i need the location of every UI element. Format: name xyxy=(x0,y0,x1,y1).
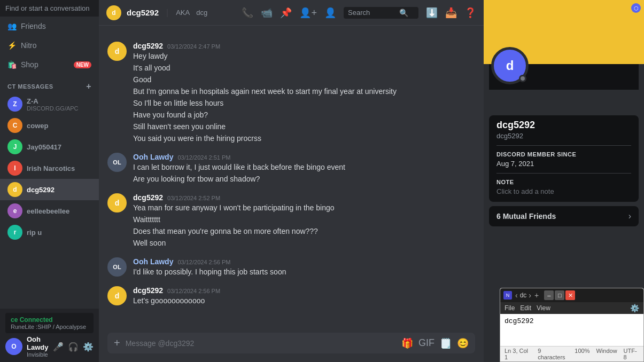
add-attachment-button[interactable]: + xyxy=(114,337,120,349)
notepad-file-menu[interactable]: File xyxy=(505,304,515,312)
dm-item-eellee[interactable]: e eelleebeellee xyxy=(0,200,99,222)
msg3-line4: Well soon xyxy=(133,238,475,249)
profile-note-label: NOTE xyxy=(496,179,631,185)
msg4-avatar: OL xyxy=(107,257,127,277)
message-group-4: OL Ooh Lawdy 03/12/2024 2:56 PM I'd like… xyxy=(107,257,475,278)
dm-avatar-eellee: e xyxy=(7,203,22,218)
message-group-3: d dcg5292 03/12/2024 2:52 PM Yea man for… xyxy=(107,193,475,249)
add-friend-icon[interactable]: 👤+ xyxy=(299,7,317,19)
notepad-edit-menu[interactable]: Edit xyxy=(520,304,531,312)
download-icon[interactable]: ⬇️ xyxy=(426,7,438,19)
sidebar-item-shop[interactable]: 🛍️ Shop NEW xyxy=(0,55,99,74)
dm-item-irish-narcotics[interactable]: I Irish Narcotics xyxy=(0,158,99,179)
msg1-line1: Hey lawdy xyxy=(133,51,475,62)
dm-sub-z-a: DISCORD.GG/APC xyxy=(27,105,79,112)
chat-header-actions: 📞 📹 📌 👤+ 👤 🔍 ⬇️ 📥 ❓ xyxy=(242,7,476,19)
msg4-content: Ooh Lawdy 03/12/2024 2:56 PM I'd like to… xyxy=(133,257,475,278)
profile-mutual-friends[interactable]: 6 Mutual Friends › xyxy=(489,206,639,226)
user-controls: O Ooh Lawdy Invisible 🎤 🎧 ⚙️ xyxy=(5,335,94,358)
msg3-author: dcg5292 xyxy=(133,193,163,202)
msg1-line8: You said you were in the hiring procrss xyxy=(133,133,475,144)
msg3-timestamp: 03/12/2024 2:52 PM xyxy=(167,195,220,201)
inbox-icon[interactable]: 📥 xyxy=(445,7,457,19)
sidebar-item-nitro[interactable]: ⚡ Nitro xyxy=(0,36,99,55)
profile-note-input[interactable]: Click to add a note xyxy=(496,187,631,195)
video-icon[interactable]: 📹 xyxy=(261,7,273,19)
profile-username: dcg5292 xyxy=(496,120,631,131)
notepad-view-menu[interactable]: View xyxy=(537,304,550,312)
msg2-timestamp: 03/12/2024 2:51 PM xyxy=(177,154,230,161)
message-input[interactable] xyxy=(126,339,396,348)
dm-avatar-jay: J xyxy=(7,139,22,154)
sidebar-search[interactable]: Find or start a conversation xyxy=(0,0,99,17)
current-user-name: Ooh Lawdy xyxy=(27,335,49,351)
dm-item-jay050417[interactable]: J Jay050417 xyxy=(0,136,99,158)
dm-avatar-cowep: C xyxy=(7,118,22,133)
notepad-win-controls: – □ ✕ xyxy=(544,290,575,300)
notepad-close-button[interactable]: ✕ xyxy=(565,290,575,300)
profile-online-indicator: ⬡ xyxy=(631,3,641,13)
profile-status-dot xyxy=(519,75,526,82)
pin-icon[interactable]: 📌 xyxy=(280,7,292,19)
add-dm-button[interactable]: + xyxy=(86,82,91,91)
profile-since-label: DISCORD MEMBER SINCE xyxy=(496,151,631,158)
profile-since-value: Aug 7, 2021 xyxy=(496,160,631,168)
notepad-new-tab-btn[interactable]: + xyxy=(533,291,540,300)
chat-area: d dcg5292 | AKA dcg 📞 📹 📌 👤+ 👤 🔍 ⬇️ 📥 ❓ … xyxy=(99,0,484,362)
notepad-minimize-button[interactable]: – xyxy=(544,290,554,300)
dm-item-cowep[interactable]: C cowep xyxy=(0,115,99,136)
profile-icon[interactable]: 👤 xyxy=(324,7,336,19)
help-icon[interactable]: ❓ xyxy=(464,7,476,19)
dm-item-dcg5292[interactable]: d dcg5292 xyxy=(0,179,99,200)
section-label: CT MESSAGES xyxy=(7,83,53,90)
msg3-line1: Yea man for sure anyway I won't be parti… xyxy=(133,202,475,214)
msg3-avatar: d xyxy=(107,193,127,213)
notepad-maximize-button[interactable]: □ xyxy=(555,290,564,300)
notepad-settings-icon[interactable]: ⚙️ xyxy=(630,304,639,312)
call-icon[interactable]: 📞 xyxy=(242,7,253,19)
settings-icon[interactable]: ⚙️ xyxy=(83,342,94,352)
notepad-status-bar: Ln 3, Col 1 9 characters 100% Window UTF… xyxy=(500,346,643,361)
mic-icon[interactable]: 🎤 xyxy=(53,342,64,352)
msg5-author: dcg5292 xyxy=(133,286,163,295)
profile-avatar-large: d xyxy=(491,47,529,84)
chat-header-aka-value: dcg xyxy=(196,9,207,17)
friends-icon: 👥 xyxy=(7,22,17,30)
msg1-line4: But I'm gonna be in hospitals again next… xyxy=(133,86,475,97)
notepad-back-btn[interactable]: ‹ xyxy=(514,291,519,300)
shop-new-badge: NEW xyxy=(74,61,91,68)
notepad-zoom: 100% xyxy=(575,348,589,360)
msg4-timestamp: 03/12/2024 2:56 PM xyxy=(177,259,230,265)
search-icon: 🔍 xyxy=(399,9,408,17)
dm-avatar-z-a: Z xyxy=(7,97,22,112)
msg1-line7: Still haven't seen you online xyxy=(133,121,475,132)
msg1-line3: Good xyxy=(133,74,475,85)
sidebar: Find or start a conversation 👥 Friends ⚡… xyxy=(0,0,99,362)
search-input[interactable] xyxy=(348,9,396,17)
msg2-avatar: OL xyxy=(107,153,127,172)
dm-name-eellee: eelleebeellee xyxy=(27,207,69,215)
notepad-encoding: UTF-8 xyxy=(624,348,639,360)
chat-header-avatar: d xyxy=(106,5,121,20)
dm-item-rip-u[interactable]: r rip u xyxy=(0,222,99,243)
sticker-icon[interactable]: 🗒️ xyxy=(440,337,452,349)
msg1-timestamp: 03/12/2024 2:47 PM xyxy=(167,43,220,50)
msg1-line6: Have you found a job? xyxy=(133,109,475,121)
sidebar-item-friends[interactable]: 👥 Friends xyxy=(0,17,99,36)
notepad-titlebar: N ‹ dc › + – □ ✕ xyxy=(500,288,643,302)
gift-icon[interactable]: 🎁 xyxy=(401,337,413,349)
msg2-line1: I can let borrow it, I just would like i… xyxy=(133,162,475,173)
notepad-forward-btn[interactable]: › xyxy=(527,291,532,300)
notepad-window-label: Window xyxy=(596,348,617,360)
header-search-box[interactable]: 🔍 xyxy=(344,7,418,19)
message-group-2: OL Ooh Lawdy 03/12/2024 2:51 PM I can le… xyxy=(107,153,475,185)
chat-input-box: + 🎁 GIF 🗒️ 😊 xyxy=(107,333,475,353)
dm-item-z-a[interactable]: Z Z-A DISCORD.GG/APC xyxy=(0,93,99,115)
gif-icon[interactable]: GIF xyxy=(418,337,434,349)
msg1-avatar: d xyxy=(107,42,127,61)
dm-name-cowep: cowep xyxy=(27,122,48,130)
notepad-menu: File Edit View ⚙️ xyxy=(500,302,643,314)
emoji-icon[interactable]: 😊 xyxy=(457,337,469,349)
sidebar-nitro-label: Nitro xyxy=(21,41,37,50)
headphone-icon[interactable]: 🎧 xyxy=(68,342,79,352)
